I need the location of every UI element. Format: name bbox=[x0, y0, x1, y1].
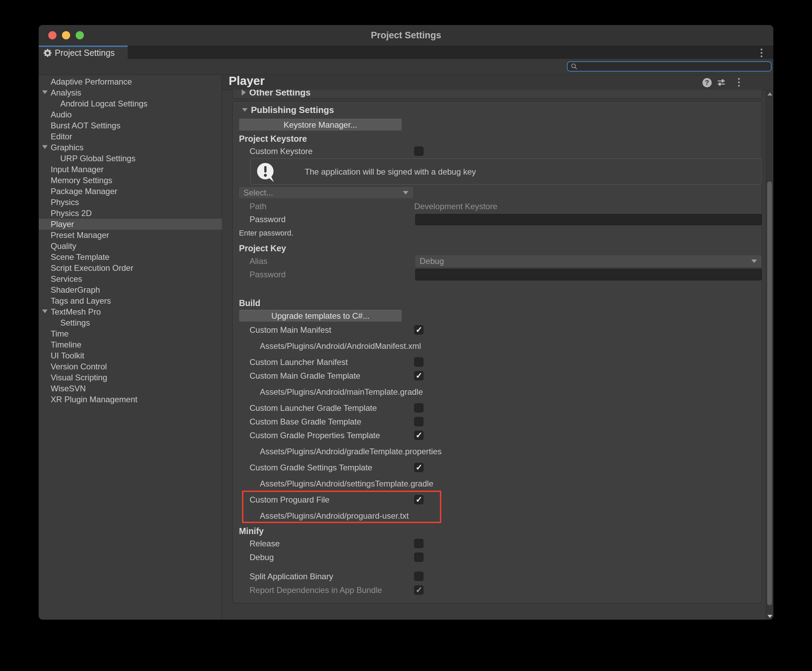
titlebar: Project Settings bbox=[39, 25, 773, 46]
tab-project-settings[interactable]: Project Settings bbox=[39, 46, 128, 59]
build-path-row: Assets/Plugins/Android/settingsTemplate.… bbox=[233, 478, 763, 490]
warning-icon bbox=[255, 162, 276, 182]
custom-launcher-gradle-template-checkbox[interactable] bbox=[414, 403, 424, 412]
split-application-binary-checkbox[interactable] bbox=[414, 572, 424, 581]
custom-launcher-manifest-checkbox[interactable] bbox=[414, 358, 424, 367]
build-heading: Build bbox=[233, 298, 260, 308]
tab-strip: Project Settings bbox=[39, 46, 773, 59]
sidebar-item-script-execution-order[interactable]: Script Execution Order bbox=[39, 262, 222, 274]
sidebar-item-xr-plugin-management[interactable]: XR Plugin Management bbox=[39, 394, 222, 405]
sidebar-item-shadergraph[interactable]: ShaderGraph bbox=[39, 284, 222, 295]
sidebar-item-visual-scripting[interactable]: Visual Scripting bbox=[39, 372, 222, 383]
sidebar-item-burst-aot-settings[interactable]: Burst AOT Settings bbox=[39, 120, 222, 131]
tab-label: Project Settings bbox=[55, 48, 115, 58]
build-row-custom-proguard-file: Custom Proguard File bbox=[233, 494, 763, 506]
minify-row-release: Release bbox=[233, 538, 763, 550]
sidebar-item-editor[interactable]: Editor bbox=[39, 131, 222, 142]
sidebar-item-preset-manager[interactable]: Preset Manager bbox=[39, 230, 222, 241]
search-input[interactable] bbox=[580, 61, 768, 71]
settings-category-sidebar: Adaptive Performance Analysis Android Lo… bbox=[39, 75, 222, 620]
custom-keystore-label: Custom Keystore bbox=[233, 146, 313, 156]
upgrade-templates-button[interactable]: Upgrade templates to C#... bbox=[239, 310, 402, 322]
publishing-settings-title[interactable]: Publishing Settings bbox=[251, 105, 334, 115]
custom-proguard-file-checkbox[interactable] bbox=[414, 495, 424, 504]
sidebar-item-input-manager[interactable]: Input Manager bbox=[39, 164, 222, 175]
keystore-password-field[interactable] bbox=[415, 214, 762, 225]
scroll-down-arrow-icon[interactable] bbox=[768, 615, 772, 618]
report-dependencies-checkbox bbox=[414, 586, 424, 594]
alias-label: Alias bbox=[233, 256, 267, 266]
sidebar-item-package-manager[interactable]: Package Manager bbox=[39, 186, 222, 197]
sidebar-item-wisesvn[interactable]: WiseSVN bbox=[39, 383, 222, 394]
sidebar-item-audio[interactable]: Audio bbox=[39, 109, 222, 120]
sidebar-item-adaptive-performance[interactable]: Adaptive Performance bbox=[39, 77, 222, 87]
player-header: Player ? bbox=[222, 75, 773, 90]
sidebar-item-player[interactable]: Player bbox=[39, 219, 222, 230]
enter-password-hint: Enter password. bbox=[233, 229, 293, 238]
path-label: Path bbox=[233, 202, 266, 211]
sidebar-item-time[interactable]: Time bbox=[39, 328, 222, 339]
custom-main-manifest-checkbox[interactable] bbox=[414, 325, 424, 334]
scrollbar-thumb[interactable] bbox=[767, 181, 772, 605]
publishing-settings-section: Publishing Settings Keystore Manager... … bbox=[232, 101, 762, 603]
custom-gradle-properties-template-checkbox[interactable] bbox=[414, 431, 424, 440]
other-settings-section: Other Settings bbox=[232, 90, 762, 99]
custom-keystore-row: Custom Keystore bbox=[233, 145, 763, 157]
keystore-password-label: Password bbox=[233, 215, 286, 224]
tab-menu-icon[interactable] bbox=[761, 49, 763, 57]
minify-heading: Minify bbox=[233, 526, 264, 536]
sidebar-item-services[interactable]: Services bbox=[39, 274, 222, 284]
search-icon bbox=[571, 63, 577, 70]
minify-release-checkbox[interactable] bbox=[414, 539, 424, 548]
keystore-manager-button[interactable]: Keystore Manager... bbox=[239, 119, 402, 131]
sidebar-item-physics-2d[interactable]: Physics 2D bbox=[39, 208, 222, 219]
keystore-path-row: Path Development Keystore bbox=[233, 201, 763, 212]
key-password-field[interactable] bbox=[415, 269, 762, 280]
keystore-select-dropdown[interactable]: Select... bbox=[239, 187, 413, 198]
gear-icon bbox=[43, 49, 52, 58]
sidebar-item-android-logcat-settings[interactable]: Android Logcat Settings bbox=[39, 98, 222, 109]
vertical-scrollbar[interactable] bbox=[766, 90, 773, 620]
sidebar-item-physics[interactable]: Physics bbox=[39, 197, 222, 208]
sidebar-item-tmp-settings[interactable]: Settings bbox=[39, 317, 222, 328]
sidebar-item-analysis[interactable]: Analysis bbox=[39, 87, 222, 98]
path-value: Development Keystore bbox=[414, 202, 497, 211]
other-settings-title[interactable]: Other Settings bbox=[249, 90, 310, 98]
pane-menu-icon[interactable] bbox=[738, 78, 740, 87]
scroll-up-arrow-icon[interactable] bbox=[768, 92, 772, 95]
custom-gradle-settings-template-checkbox[interactable] bbox=[414, 463, 424, 472]
minify-debug-checkbox[interactable] bbox=[414, 553, 424, 562]
sidebar-item-scene-template[interactable]: Scene Template bbox=[39, 252, 222, 262]
sidebar-item-memory-settings[interactable]: Memory Settings bbox=[39, 175, 222, 186]
custom-main-gradle-template-checkbox[interactable] bbox=[414, 371, 424, 380]
custom-keystore-checkbox[interactable] bbox=[414, 146, 424, 156]
project-key-heading: Project Key bbox=[233, 244, 286, 253]
page-title: Player bbox=[229, 74, 265, 88]
build-row-custom-launcher-gradle-template: Custom Launcher Gradle Template bbox=[233, 402, 763, 414]
chevron-down-icon bbox=[751, 259, 757, 263]
sidebar-item-version-control[interactable]: Version Control bbox=[39, 361, 222, 372]
build-row-custom-base-gradle-template: Custom Base Gradle Template bbox=[233, 416, 763, 427]
build-path-row: Assets/Plugins/Android/gradleTemplate.pr… bbox=[233, 446, 763, 457]
custom-base-gradle-template-checkbox[interactable] bbox=[414, 417, 424, 426]
keystore-info-text: The application will be signed with a de… bbox=[305, 159, 476, 185]
build-path-row: Assets/Plugins/Android/AndroidManifest.x… bbox=[233, 340, 763, 352]
sidebar-item-quality[interactable]: Quality bbox=[39, 241, 222, 252]
build-row-custom-gradle-properties-template: Custom Gradle Properties Template bbox=[233, 430, 763, 441]
sidebar-item-textmesh-pro[interactable]: TextMesh Pro bbox=[39, 307, 222, 317]
presets-icon[interactable] bbox=[716, 77, 727, 88]
chevron-down-icon bbox=[403, 191, 409, 194]
sidebar-item-graphics[interactable]: Graphics bbox=[39, 142, 222, 153]
alias-dropdown[interactable]: Debug bbox=[415, 255, 762, 267]
sidebar-item-ui-toolkit[interactable]: UI Toolkit bbox=[39, 350, 222, 361]
search-field[interactable] bbox=[567, 61, 771, 72]
sidebar-item-timeline[interactable]: Timeline bbox=[39, 339, 222, 350]
player-settings-pane: Player ? Other Settings bbox=[222, 75, 773, 620]
help-icon[interactable]: ? bbox=[702, 77, 712, 88]
sidebar-item-tags-and-layers[interactable]: Tags and Layers bbox=[39, 295, 222, 307]
sidebar-item-urp-global-settings[interactable]: URP Global Settings bbox=[39, 153, 222, 164]
foldout-publishing-settings-icon[interactable] bbox=[242, 108, 247, 112]
build-row-custom-main-manifest: Custom Main Manifest bbox=[233, 324, 763, 336]
build-row-custom-main-gradle-template: Custom Main Gradle Template bbox=[233, 370, 763, 382]
foldout-other-settings-icon[interactable] bbox=[242, 90, 246, 95]
